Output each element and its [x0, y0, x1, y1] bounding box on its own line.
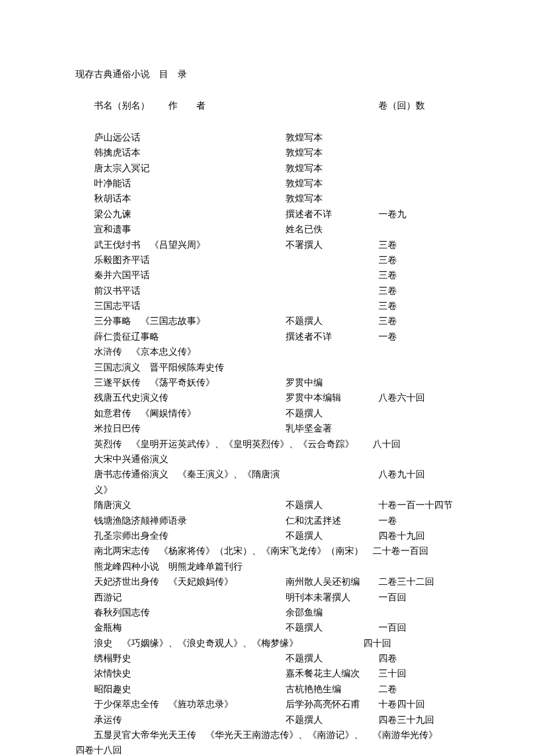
document-title: 现存古典通俗小说目 录 — [75, 67, 476, 82]
table-row-full: 浪史 《巧姻缘》、《浪史奇观人》、《梅梦缘》 四十回 — [75, 636, 476, 651]
book-title: 三遂平妖传 《荡平奇妖传》 — [94, 375, 286, 390]
book-title: 武王伐纣书 《吕望兴周》 — [94, 237, 286, 253]
table-row: 三分事略 《三国志故事》不题撰人三卷 — [75, 314, 476, 329]
book-title: 唐太宗入冥记 — [94, 161, 286, 176]
book-title: 浓情快史 — [94, 666, 286, 681]
book-title: 西游记 — [94, 590, 286, 605]
book-author: 撰述者不详 — [286, 207, 378, 222]
title-suffix: 目 录 — [159, 69, 187, 79]
table-row: 薛仁贵征辽事略撰述者不详一卷 — [75, 329, 476, 344]
book-title: 春秋列国志传 — [94, 605, 286, 620]
book-title: 叶净能话 — [94, 176, 286, 191]
book-author: 不题撰人 — [286, 406, 378, 421]
book-title: 隋唐演义 — [94, 498, 286, 513]
book-volume: 八卷六十回 — [378, 390, 476, 405]
book-volume: 八卷九十回 — [378, 467, 476, 482]
table-row: 梁公九谏撰述者不详一卷九 — [75, 207, 476, 222]
table-row: 秋胡话本敦煌写本 — [75, 191, 476, 206]
book-author: 古杭艳艳生编 — [286, 682, 378, 697]
book-volume: 一卷 — [378, 513, 476, 528]
book-title: 庐山远公话 — [94, 130, 286, 145]
book-author: 不署撰人 — [286, 237, 378, 253]
table-row: 武王伐纣书 《吕望兴周》不署撰人三卷 — [75, 237, 476, 253]
book-title: 于少保萃忠全传 《旌功萃忠录》 — [94, 697, 286, 712]
book-title: 如意君传 《阃娱情传》 — [94, 406, 286, 421]
book-volume: 三卷 — [378, 253, 476, 268]
book-title: 宣和遗事 — [94, 222, 286, 237]
book-author: 姓名已佚 — [286, 222, 378, 237]
book-title: 秦并六国平话 — [94, 268, 286, 283]
table-row: 大宋中兴通俗演义 — [75, 452, 476, 467]
book-author: 敦煌写本 — [286, 161, 378, 176]
table-row: 昭阳趣史古杭艳艳生编二卷 — [75, 682, 476, 697]
book-author: 余邵鱼编 — [286, 605, 378, 620]
table-row: 乐毅图齐平话三卷 — [75, 253, 476, 268]
book-author: 不题撰人 — [286, 528, 378, 543]
book-title: 大宋中兴通俗演义 — [94, 452, 286, 467]
table-row: 三国志演义 晋平阳候陈寿史传 — [75, 360, 476, 375]
book-title: 承运传 — [94, 712, 286, 728]
header-title: 书名（别名） — [94, 100, 150, 110]
book-author: 明刊本未署撰人 — [286, 590, 378, 605]
book-author: 不题撰人 — [286, 314, 378, 329]
book-title: 乐毅图齐平话 — [94, 253, 286, 268]
document-page: 现存古典通俗小说目 录 书名（别名）作 者 卷（回）数 庐山远公话敦煌写本韩擒虎… — [0, 0, 534, 756]
table-row: 承运传不题撰人四卷三十九回 — [75, 712, 476, 728]
book-title: 孔圣宗师出身全传 — [94, 528, 286, 543]
entries-list: 庐山远公话敦煌写本韩擒虎话本敦煌写本唐太宗入冥记敦煌写本叶净能话敦煌写本秋胡话本… — [75, 130, 476, 743]
book-title: 金瓶梅 — [94, 620, 286, 635]
table-row: 秦并六国平话三卷 — [75, 268, 476, 283]
table-row: 熊龙峰四种小说 明熊龙峰单篇刊行 — [75, 559, 476, 574]
table-row: 天妃济世出身传 《天妃娘妈传》南州散人吴还初编二卷三十二回 — [75, 574, 476, 589]
table-row: 庐山远公话敦煌写本 — [75, 130, 476, 145]
table-row: 绣榻野史不题撰人四卷 — [75, 651, 476, 666]
table-row: 春秋列国志传余邵鱼编 — [75, 605, 476, 620]
book-author: 敦煌写本 — [286, 145, 378, 160]
book-author: 敦煌写本 — [286, 176, 378, 191]
book-volume: 三卷 — [378, 314, 476, 329]
book-volume: 一百回 — [378, 590, 476, 605]
book-title: 熊龙峰四种小说 明熊龙峰单篇刊行 — [94, 559, 286, 574]
book-volume: 三卷 — [378, 298, 476, 314]
book-title: 梁公九谏 — [94, 207, 286, 222]
book-volume: 四卷三十九回 — [378, 712, 476, 728]
table-row: 隋唐演义不题撰人十卷一百一十四节 — [75, 498, 476, 513]
table-row: 三遂平妖传 《荡平奇妖传》罗贯中编 — [75, 375, 476, 390]
book-title: 残唐五代史演义传 — [94, 390, 286, 405]
book-author: 不题撰人 — [286, 712, 378, 728]
book-title: 绣榻野史 — [94, 651, 286, 666]
book-title: 秋胡话本 — [94, 191, 286, 206]
book-volume: 十卷四十回 — [378, 697, 476, 712]
table-row-full: 南北两宋志传 《杨家将传》（北宋）、《南宋飞龙传》（南宋） 二十卷一百回 — [75, 543, 476, 559]
table-row: 韩擒虎话本敦煌写本 — [75, 145, 476, 160]
table-row: 前汉书平话三卷 — [75, 283, 476, 298]
table-row: 叶净能话敦煌写本 — [75, 176, 476, 191]
book-title: 薛仁贵征辽事略 — [94, 329, 286, 344]
book-author: 敦煌写本 — [286, 130, 378, 145]
table-row: 浓情快史嘉禾餐花主人编次三十回 — [75, 666, 476, 681]
book-volume: 三十回 — [378, 666, 476, 681]
book-author: 敦煌写本 — [286, 191, 378, 206]
header-author: 作 者 — [168, 100, 205, 110]
table-row: 金瓶梅不题撰人一百回 — [75, 620, 476, 635]
table-row: 如意君传 《阃娱情传》不题撰人 — [75, 406, 476, 421]
book-title: 前汉书平话 — [94, 283, 286, 298]
table-row: 水浒传 《京本忠义传》 — [75, 344, 476, 359]
book-title: 米拉日巴传 — [94, 421, 286, 436]
book-author: 撰述者不详 — [286, 329, 378, 344]
book-volume: 二卷三十二回 — [378, 574, 476, 589]
book-title: 昭阳趣史 — [94, 682, 286, 697]
header-title-author: 书名（别名）作 者 — [94, 98, 286, 113]
book-volume: 一卷 — [378, 329, 476, 344]
book-author: 不题撰人 — [286, 651, 378, 666]
book-volume: 三卷 — [378, 283, 476, 298]
book-title: 唐书志传通俗演义 《秦王演义》、《隋唐演义》 — [94, 467, 286, 498]
table-row: 唐书志传通俗演义 《秦王演义》、《隋唐演义》八卷九十回 — [75, 467, 476, 498]
table-row: 残唐五代史演义传罗贯中本编辑八卷六十回 — [75, 390, 476, 405]
header-volume: 卷（回）数 — [378, 98, 476, 113]
book-author: 乳毕坚金著 — [286, 421, 378, 436]
table-row: 西游记明刊本未署撰人一百回 — [75, 590, 476, 605]
table-row: 米拉日巴传乳毕坚金著 — [75, 421, 476, 436]
header-spacer — [286, 98, 378, 113]
book-author: 不题撰人 — [286, 620, 378, 635]
